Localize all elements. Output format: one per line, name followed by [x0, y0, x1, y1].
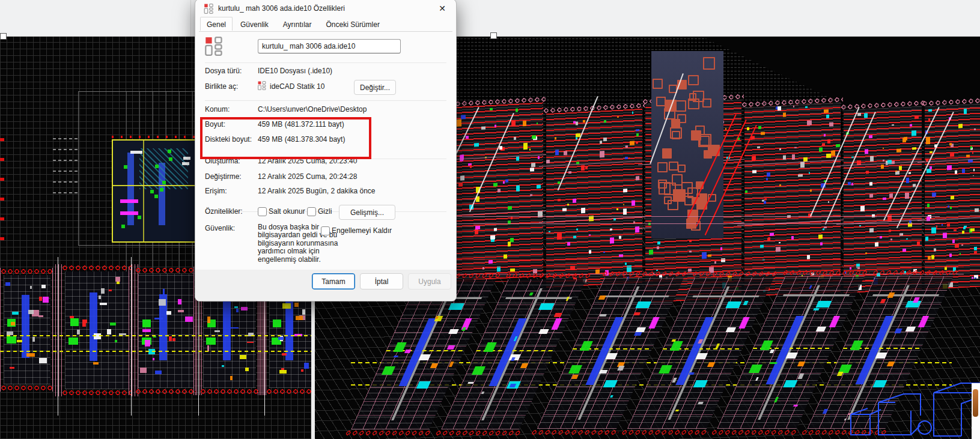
cad-shape [538, 156, 540, 159]
cad-shape [809, 172, 811, 174]
cad-shape [160, 188, 163, 192]
cancel-button[interactable]: İptal [360, 273, 403, 289]
change-button[interactable]: Değiştir... [354, 80, 396, 95]
cad-shape [278, 337, 284, 340]
file-name-input[interactable] [258, 39, 401, 53]
grid-bubble-row [841, 100, 924, 109]
cad-shape [537, 123, 538, 124]
unblock-checkbox[interactable] [321, 226, 330, 235]
cad-shape [604, 120, 606, 123]
cad-shape [826, 115, 829, 118]
tab-onceki-surumler[interactable]: Önceki Sürümler [320, 17, 386, 31]
cad-shape [22, 295, 29, 359]
cad-shape [770, 362, 777, 363]
cad-shape [798, 374, 805, 378]
cad-shape [865, 252, 867, 254]
cad-shape [533, 269, 537, 273]
cad-shape [866, 171, 869, 174]
cad-shape [783, 113, 787, 117]
cad-shape [807, 255, 810, 259]
cad-shape [779, 184, 781, 186]
cad-shape [972, 277, 973, 279]
cad-shape [955, 243, 959, 247]
cad-shape [576, 229, 578, 231]
grid-bubble-row [136, 389, 196, 394]
cad-shape [855, 316, 893, 384]
viewport-handle-right[interactable] [490, 32, 497, 39]
cad-shape [172, 338, 175, 341]
ok-button[interactable]: Tamam [312, 273, 355, 289]
hidden-checkbox[interactable] [307, 207, 316, 216]
cad-shape [934, 248, 936, 251]
cad-shape [895, 171, 897, 172]
tab-guvenlik[interactable]: Güvenlik [234, 17, 275, 31]
cad-shape [748, 365, 762, 373]
cad-shape [752, 170, 756, 173]
cad-shape [726, 327, 737, 332]
advanced-button[interactable]: Gelişmiş... [339, 205, 395, 220]
cad-shape [895, 328, 902, 333]
tab-ayrintilar[interactable]: Ayrıntılar [276, 17, 318, 31]
cad-shape [755, 377, 759, 380]
viewport-handle-left[interactable] [0, 33, 7, 40]
cad-shape [761, 132, 764, 135]
cad-shape [154, 195, 158, 198]
apply-button[interactable]: Uygula [408, 273, 451, 289]
cad-shape [836, 144, 841, 147]
app-toolbar [0, 0, 980, 37]
cad-shape [531, 163, 536, 167]
cad-shape [549, 231, 550, 232]
cad-shape [498, 189, 501, 193]
cad-shape [672, 174, 683, 186]
grid-bubble-row [711, 430, 800, 435]
cad-shape [145, 340, 150, 346]
properties-dialog: kurtulu_ mah 3006 ada.ide10 Özellikleri … [195, 0, 457, 301]
cad-shape [130, 151, 142, 154]
cad-shape [820, 243, 823, 246]
cad-shape [70, 318, 79, 326]
cad-shape [669, 162, 678, 171]
cad-shape [623, 204, 624, 205]
cad-shape [616, 208, 619, 210]
cad-shape [573, 121, 576, 124]
unblock-label: Engellemeyi Kaldır [332, 226, 392, 235]
cad-shape [848, 182, 851, 186]
cad-shape [975, 208, 978, 212]
cad-shape [482, 267, 485, 270]
cad-shape [490, 108, 493, 111]
cad-shape [758, 126, 761, 129]
cad-shape [632, 201, 635, 206]
cad-shape [793, 106, 794, 107]
cad-shape [11, 322, 14, 325]
cad-shape [689, 372, 695, 375]
cad-shape [743, 301, 749, 305]
cad-shape [947, 224, 949, 227]
cad-shape [636, 327, 647, 332]
read-only-checkbox[interactable] [258, 207, 267, 216]
cad-shape [508, 241, 511, 246]
read-only-label: Salt okunur [269, 207, 305, 216]
cad-shape [508, 206, 512, 210]
cad-shape [925, 237, 929, 241]
cad-shape [917, 241, 920, 245]
tab-strip: Genel Güvenlik Ayrıntılar Önceki Sürümle… [200, 17, 386, 31]
cad-shape [448, 303, 464, 310]
cad-shape [851, 156, 854, 158]
tab-genel[interactable]: Genel [200, 17, 233, 31]
cad-shape [94, 333, 101, 339]
cad-shape [630, 141, 635, 145]
cad-shape [974, 129, 975, 130]
cad-shape [900, 234, 901, 235]
cad-shape [807, 120, 812, 125]
cad-shape [282, 303, 290, 309]
cad-shape [670, 127, 682, 139]
cad-shape [677, 114, 686, 123]
cad-shape [124, 165, 127, 169]
cad-shape [653, 79, 663, 89]
cad-shape [633, 312, 641, 315]
cad-shape [764, 198, 766, 201]
cad-shape [0, 268, 2, 392]
cad-shape [504, 254, 507, 259]
close-icon[interactable]: ✕ [433, 1, 451, 16]
opens-with-value: ideCAD Statik 10 [270, 82, 324, 91]
